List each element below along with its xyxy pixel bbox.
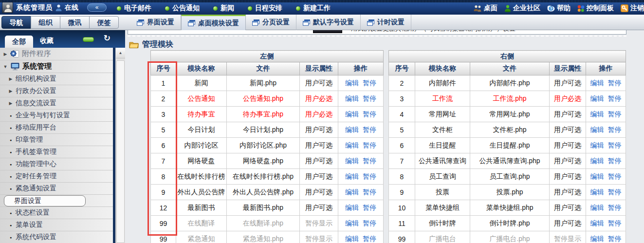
- tree-item[interactable]: ●手机签章管理: [0, 146, 113, 158]
- user-avatar[interactable]: [2, 2, 13, 13]
- edit-link[interactable]: 编辑: [345, 141, 359, 149]
- pause-link[interactable]: 暂停: [363, 204, 376, 211]
- tree-item[interactable]: ●定时任务管理: [0, 170, 113, 183]
- edit-link[interactable]: 编辑: [345, 110, 359, 118]
- collapse-all-icon[interactable]: [83, 37, 94, 42]
- pause-link[interactable]: 暂停: [608, 79, 622, 87]
- pause-link[interactable]: 暂停: [363, 188, 376, 196]
- confirm-button[interactable]: 确定: [313, 30, 342, 33]
- edit-link[interactable]: 编辑: [590, 172, 604, 180]
- scrollbar-thumb[interactable]: [116, 60, 125, 243]
- tree-item[interactable]: ●移动应用平台: [0, 122, 113, 134]
- edit-link[interactable]: 编辑: [345, 204, 359, 211]
- pause-link[interactable]: 暂停: [363, 110, 376, 118]
- edit-link[interactable]: 编辑: [345, 79, 359, 87]
- link-community[interactable]: 企业社区: [504, 4, 540, 13]
- pause-link[interactable]: 暂停: [608, 188, 622, 196]
- edit-link[interactable]: 编辑: [345, 94, 359, 102]
- tree-item[interactable]: ●系统代码设置: [0, 231, 113, 243]
- menu-schedule[interactable]: 日程安排: [248, 4, 282, 13]
- pause-link[interactable]: 暂停: [363, 157, 376, 165]
- menu-new-work[interactable]: 新建工作: [296, 4, 331, 13]
- edit-link[interactable]: 编辑: [345, 219, 359, 227]
- tree-item[interactable]: ▼系统管理: [0, 60, 113, 73]
- edit-link[interactable]: 编辑: [590, 79, 604, 87]
- edit-link[interactable]: 编辑: [345, 188, 359, 196]
- collapse-topbar-button[interactable]: «: [87, 3, 107, 12]
- tab-4[interactable]: 计时设置: [361, 15, 411, 30]
- tree-item[interactable]: ▶行政办公设置: [0, 85, 113, 97]
- edit-link[interactable]: 编辑: [590, 126, 604, 133]
- edit-link[interactable]: 编辑: [345, 172, 359, 180]
- tab-0[interactable]: 界面设置: [130, 15, 181, 30]
- tree-item-label: 定时任务管理: [16, 172, 56, 181]
- cell-file: 文件柜.php: [470, 122, 550, 138]
- edit-link[interactable]: 编辑: [590, 94, 604, 102]
- refresh-icon[interactable]: ↻: [104, 33, 110, 43]
- tab-3[interactable]: 默认字号设置: [296, 15, 361, 30]
- cell-file: 外出人员公告牌.php: [227, 185, 300, 200]
- nav-button-weixun[interactable]: 微讯: [60, 16, 90, 29]
- link-logout[interactable]: 注销: [621, 4, 644, 13]
- pause-link[interactable]: 暂停: [608, 235, 622, 243]
- edit-link[interactable]: 编辑: [345, 126, 359, 133]
- tree-item[interactable]: ▶组织机构设置: [0, 73, 113, 85]
- nav-button-navigation[interactable]: 导航: [1, 16, 31, 29]
- tree-item[interactable]: ●紧急通知设置: [0, 183, 113, 195]
- edit-link[interactable]: 编辑: [345, 235, 359, 243]
- tree-item[interactable]: ●菜单设置: [0, 219, 113, 231]
- link-desktop[interactable]: 桌面: [474, 4, 497, 13]
- pause-link[interactable]: 暂停: [363, 79, 376, 87]
- settings-tabs: 界面设置桌面模块设置分页设置默认字号设置计时设置: [130, 15, 411, 30]
- pause-link[interactable]: 暂停: [608, 141, 622, 149]
- pause-link[interactable]: 暂停: [363, 235, 376, 243]
- sidebar-tab-all[interactable]: 全部: [5, 36, 33, 48]
- link-control-panel[interactable]: 控制面板: [577, 4, 614, 13]
- chevron-right-icon[interactable]: ▶: [3, 52, 8, 56]
- menu-email[interactable]: 电子邮件: [117, 4, 151, 13]
- pause-link[interactable]: 暂停: [608, 110, 622, 118]
- tree-item[interactable]: ●印章管理: [0, 134, 113, 146]
- tree-item[interactable]: ●企业号与钉钉设置: [0, 110, 113, 122]
- pause-link[interactable]: 暂停: [363, 219, 376, 227]
- tree-item[interactable]: ▶信息交流设置: [0, 97, 113, 110]
- pause-link[interactable]: 暂停: [363, 94, 376, 102]
- edit-link[interactable]: 编辑: [590, 188, 604, 196]
- tree-item-selected[interactable]: 界面设置: [0, 195, 113, 207]
- cell-name: 投票: [415, 185, 470, 200]
- link-help[interactable]: ? 帮助: [547, 4, 570, 13]
- tree-item[interactable]: ▶附件程序: [0, 48, 113, 60]
- nav-button-notes[interactable]: 便签: [89, 16, 119, 29]
- pause-link[interactable]: 暂停: [608, 219, 622, 227]
- menu-announcement[interactable]: 公告通知: [165, 4, 200, 13]
- nav-button-organization[interactable]: 组织: [31, 16, 60, 29]
- edit-link[interactable]: 编辑: [590, 141, 604, 149]
- cell-actions: 编辑暂停: [586, 153, 626, 169]
- menu-news[interactable]: 新闻: [213, 4, 234, 13]
- pause-link[interactable]: 暂停: [363, 141, 376, 149]
- scroll-up-button[interactable]: ▲: [116, 48, 125, 58]
- pause-link[interactable]: 暂停: [608, 126, 622, 133]
- tree-item[interactable]: ●状态栏设置: [0, 207, 113, 219]
- tab-1-active[interactable]: 桌面模块设置: [181, 15, 246, 30]
- pause-link[interactable]: 暂停: [363, 172, 376, 180]
- tab-2[interactable]: 分页设置: [246, 15, 296, 30]
- edit-link[interactable]: 编辑: [590, 235, 604, 243]
- edit-link[interactable]: 编辑: [345, 157, 359, 165]
- cell-name: 内部邮件: [415, 75, 470, 91]
- edit-link[interactable]: 编辑: [590, 219, 604, 227]
- tree-item-selected-box[interactable]: 界面设置: [4, 195, 86, 206]
- sidebar: 全部 收藏 ↻ ▶附件程序▼系统管理▶组织机构设置▶行政办公设置▶信息交流设置●…: [0, 30, 125, 243]
- pause-link[interactable]: 暂停: [608, 157, 622, 165]
- pause-link[interactable]: 暂停: [608, 94, 622, 102]
- chevron-down-icon[interactable]: ▼: [3, 64, 8, 69]
- pause-link[interactable]: 暂停: [608, 172, 622, 180]
- sidebar-tab-favorites[interactable]: 收藏: [40, 37, 54, 45]
- edit-link[interactable]: 编辑: [590, 110, 604, 118]
- tree-item[interactable]: ●功能管理中心: [0, 158, 113, 170]
- edit-link[interactable]: 编辑: [590, 157, 604, 165]
- edit-link[interactable]: 编辑: [590, 204, 604, 211]
- pause-link[interactable]: 暂停: [608, 204, 622, 211]
- sidebar-scrollbar[interactable]: ▲: [115, 48, 125, 243]
- pause-link[interactable]: 暂停: [363, 126, 376, 133]
